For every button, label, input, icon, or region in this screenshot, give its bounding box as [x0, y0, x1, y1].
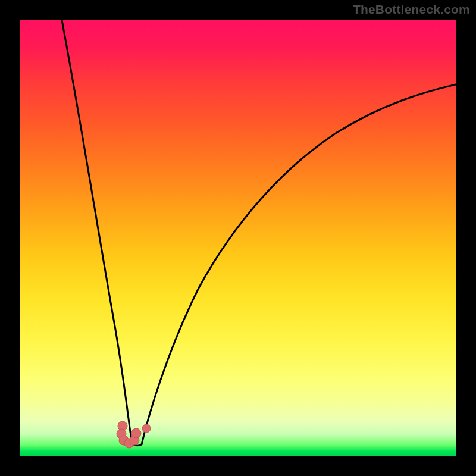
curve-left-branch — [62, 20, 133, 444]
curve-layer — [20, 20, 456, 456]
svg-point-5 — [131, 428, 141, 438]
svg-point-6 — [142, 424, 151, 433]
marker-cluster — [117, 421, 151, 448]
watermark-text: TheBottleneck.com — [353, 2, 470, 17]
chart-frame: TheBottleneck.com — [0, 0, 476, 476]
plot-area — [20, 20, 456, 456]
curve-right-branch — [142, 84, 456, 444]
